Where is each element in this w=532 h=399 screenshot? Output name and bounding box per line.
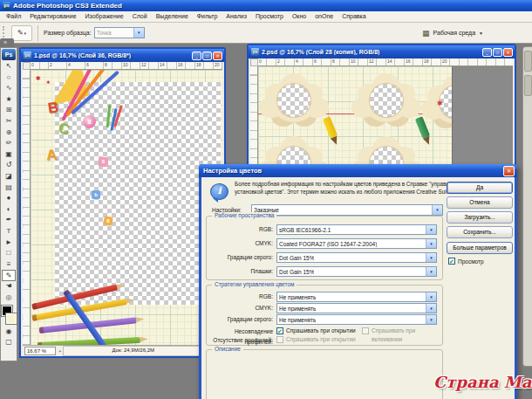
minimize-button[interactable]: _: [482, 48, 492, 57]
tool-button[interactable]: ►: [2, 237, 16, 249]
tool-button[interactable]: ★: [2, 94, 16, 106]
ruler-number: 20: [214, 62, 222, 67]
doc1-ruler-vertical[interactable]: 0246810121416182022242628: [23, 70, 31, 345]
tool-button[interactable]: ↺: [2, 160, 16, 171]
tool-button[interactable]: ●: [2, 193, 16, 204]
menu-item[interactable]: Выделение: [152, 11, 193, 22]
sample-size-dropdown[interactable]: Точка ▼: [94, 27, 145, 38]
chevron-down-icon[interactable]: ▼: [426, 225, 436, 234]
rgb-label: RGB:: [207, 224, 273, 235]
ruler-number: 6: [250, 127, 258, 134]
tool-button[interactable]: ✎: [2, 270, 16, 281]
chevron-down-icon[interactable]: ▼: [426, 315, 436, 324]
current-tool-well[interactable]: ✎ ▾: [11, 25, 32, 41]
save-button[interactable]: Сохранить...: [447, 226, 513, 238]
chevron-down-icon[interactable]: ▼: [479, 31, 483, 36]
menu-item[interactable]: Файл: [2, 11, 25, 22]
background-color-swatch[interactable]: [6, 313, 17, 324]
doc1-titlebar[interactable]: ps 1.psd @ 16,7% (Слой 36, RGB/8*) _ □ ✕: [21, 49, 224, 62]
tool-button[interactable]: ▤: [2, 182, 16, 194]
chevron-down-icon[interactable]: ▼: [432, 205, 442, 215]
ruler-number: 20: [441, 58, 460, 64]
tool-button[interactable]: ⊕: [2, 127, 16, 139]
ok-button[interactable]: Да: [447, 182, 513, 194]
chevron-down-icon[interactable]: ▼: [133, 28, 144, 38]
doc1-title: 1.psd @ 16,7% (Слой 36, RGB/8*): [34, 52, 189, 58]
spot-workspace-dropdown[interactable]: Dot Gain 15% ▼: [276, 266, 437, 277]
tool-button[interactable]: ▣: [2, 149, 16, 161]
tool-button[interactable]: ◐: [2, 204, 16, 216]
load-button[interactable]: Загрузить...: [447, 211, 513, 224]
canvas-1[interactable]: ✱ ✱ B C A 8 8 b 8: [31, 70, 222, 345]
tool-button[interactable]: ✏: [2, 138, 16, 149]
tool-button[interactable]: ◎: [2, 292, 16, 304]
cmyk-workspace-dropdown[interactable]: Coated FOGRA27 (ISO 12647-2:2004) ▼: [276, 238, 437, 249]
more-options-button[interactable]: Больше параметров: [447, 242, 513, 254]
menu-item[interactable]: Справка: [338, 11, 370, 22]
color-policies-group: Стратегии управления цветом RGB: Не прим…: [206, 285, 443, 346]
zoom-level-field[interactable]: 16,67 %: [24, 347, 56, 355]
cmyk-policy-dropdown[interactable]: Не применять ▼: [276, 303, 437, 313]
doc2-titlebar[interactable]: ps 2.psd @ 16,7% (Слой 28 (копия), RGB/8…: [249, 45, 515, 58]
tool-button[interactable]: ☚: [2, 281, 16, 292]
workspace-label[interactable]: Рабочая среда: [433, 30, 475, 36]
tool-button[interactable]: ◪: [2, 171, 16, 182]
minimize-button[interactable]: _: [192, 52, 201, 60]
group-title: Описание: [212, 346, 243, 352]
chevron-down-icon[interactable]: ▼: [426, 292, 436, 301]
tool-button[interactable]: ∿: [2, 83, 16, 94]
menu-item[interactable]: onOne: [310, 11, 338, 22]
menu-item[interactable]: Фильтр: [193, 11, 222, 22]
ruler-number: 14: [23, 203, 31, 211]
settings-dropdown[interactable]: Заказные ▼: [251, 204, 443, 216]
toolbox-grip[interactable]: »: [0, 38, 14, 47]
cancel-button[interactable]: Отмена: [447, 196, 513, 209]
maximize-button[interactable]: □: [493, 48, 502, 57]
screen-mode-icon[interactable]: ▢: [2, 337, 16, 347]
tool-button[interactable]: ↖: [2, 61, 16, 72]
status-menu-icon[interactable]: ◔: [58, 348, 61, 354]
tool-button[interactable]: ✂: [2, 116, 16, 127]
chevron-down-icon[interactable]: ▼: [426, 267, 436, 276]
menu-item[interactable]: Просмотр: [251, 11, 288, 22]
preview-checkbox[interactable]: ✔: [448, 258, 455, 265]
tool-button[interactable]: □: [2, 248, 16, 259]
close-button[interactable]: ✕: [503, 166, 515, 176]
toolbox: Ps ↖○∿★⊞✂⊕✏▣↺◪▤●◐✒T►□≡✎☚◎ ◉ ▢: [0, 47, 17, 361]
chevron-down-icon[interactable]: ▼: [426, 253, 436, 262]
rgb-policy-dropdown[interactable]: Не применять ▼: [276, 292, 437, 302]
tool-button[interactable]: T: [2, 226, 16, 237]
menu-item[interactable]: Изображение: [81, 11, 128, 22]
chevron-down-icon[interactable]: ▼: [426, 304, 436, 313]
close-button[interactable]: ✕: [503, 48, 513, 57]
tool-button[interactable]: ○: [2, 72, 16, 84]
menu-item[interactable]: Редактирование: [25, 11, 80, 22]
ask-when-pasting-checkbox[interactable]: [362, 327, 369, 334]
sample-size-label: Размер образца:: [44, 30, 92, 36]
ruler-number: 14: [386, 58, 405, 64]
dock-tab[interactable]: [524, 51, 532, 72]
doc2-ruler-horizontal[interactable]: 02468101214161820: [258, 58, 513, 66]
cmyk-policy-value: Не применять: [279, 306, 316, 312]
tool-button[interactable]: ✒: [2, 215, 16, 226]
menu-item[interactable]: Окно: [288, 11, 310, 22]
gray-policy-dropdown[interactable]: Не применять ▼: [276, 314, 437, 325]
ask-when-opening-checkbox[interactable]: ✔: [276, 327, 283, 334]
frame-hole: [277, 84, 310, 117]
dialog-titlebar[interactable]: Настройка цветов ✕: [199, 164, 517, 177]
menu-item[interactable]: Слой: [128, 11, 152, 22]
chevron-down-icon[interactable]: ▼: [426, 239, 436, 248]
close-button[interactable]: ✕: [213, 52, 222, 60]
menu-item[interactable]: Анализ: [222, 11, 251, 22]
tool-button[interactable]: ⊞: [2, 105, 16, 116]
maximize-button[interactable]: □: [202, 52, 212, 60]
dock-tab[interactable]: [524, 75, 532, 96]
gray-workspace-dropdown[interactable]: Dot Gain 15% ▼: [276, 252, 437, 263]
tool-button[interactable]: ≡: [2, 259, 16, 271]
ruler-number: 14: [159, 62, 177, 67]
rgb-workspace-dropdown[interactable]: sRGB IEC61966-2.1 ▼: [276, 224, 437, 235]
missing-ask-when-opening-checkbox[interactable]: [276, 336, 283, 343]
quick-mask-icon[interactable]: ◉: [2, 327, 16, 337]
palette-dock[interactable]: [522, 46, 532, 367]
doc1-ruler-horizontal[interactable]: 02468101214161820: [31, 62, 222, 70]
